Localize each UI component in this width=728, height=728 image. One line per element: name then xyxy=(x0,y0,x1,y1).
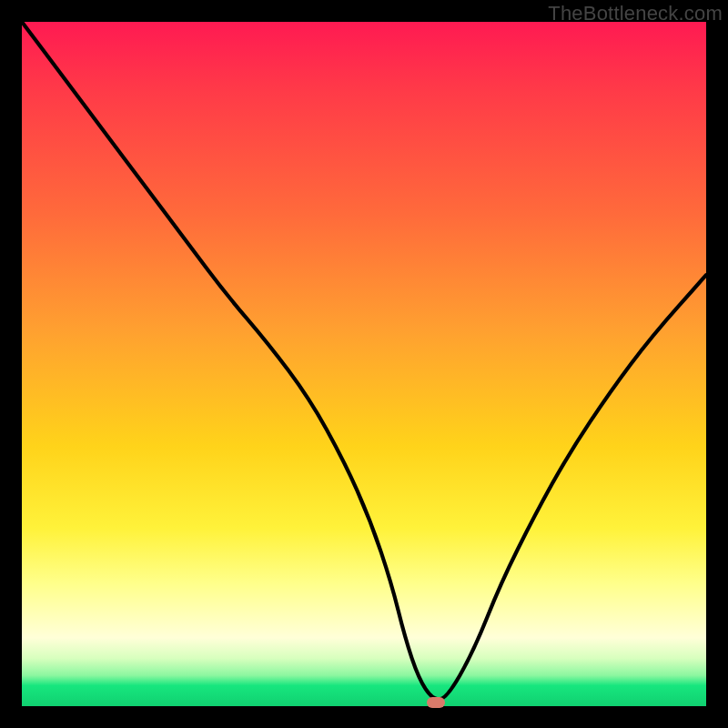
bottleneck-curve xyxy=(22,22,706,706)
optimal-point-marker xyxy=(427,697,445,708)
chart-frame: TheBottleneck.com xyxy=(0,0,728,728)
plot-area xyxy=(22,22,706,706)
watermark-text: TheBottleneck.com xyxy=(548,2,723,25)
